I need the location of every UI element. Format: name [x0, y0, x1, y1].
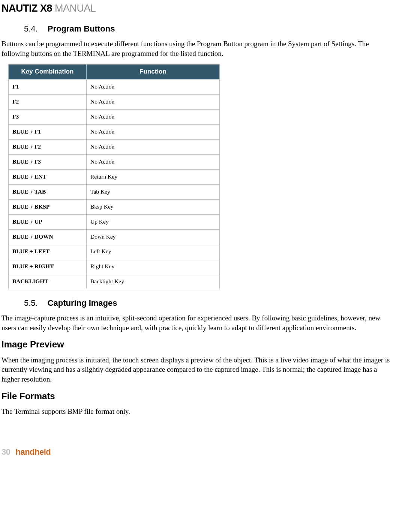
col-function: Function [87, 65, 220, 80]
func-cell: Up Key [87, 214, 220, 229]
table-row: BLUE + F3No Action [9, 154, 220, 169]
subheading-file-formats: File Formats [2, 390, 393, 402]
func-cell: Return Key [87, 169, 220, 184]
key-cell: BACKLIGHT [9, 274, 87, 289]
table-row: F2No Action [9, 95, 220, 110]
manual-suffix: MANUAL [52, 3, 96, 14]
key-cell: BLUE + BKSP [9, 199, 87, 214]
func-cell: No Action [87, 80, 220, 95]
func-cell: No Action [87, 95, 220, 110]
col-key-combination: Key Combination [9, 65, 87, 80]
key-cell: BLUE + F1 [9, 125, 87, 140]
table-row: BLUE + DOWNDown Key [9, 229, 220, 244]
manual-header: NAUTIZ X8 MANUAL [2, 2, 393, 15]
func-cell: Backlight Key [87, 274, 220, 289]
table-row: F3No Action [9, 110, 220, 125]
key-cell: F1 [9, 80, 87, 95]
key-cell: BLUE + TAB [9, 184, 87, 199]
key-cell: BLUE + F2 [9, 140, 87, 155]
table-header-row: Key Combination Function [9, 65, 220, 80]
table-row: BLUE + F1No Action [9, 125, 220, 140]
sub-body: The Terminal supports BMP file format on… [2, 407, 392, 416]
table-row: BLUE + F2No Action [9, 140, 220, 155]
product-name: NAUTIZ X8 [2, 3, 52, 14]
brand-name: handheld [15, 447, 51, 457]
sub-body: When the imaging process is initiated, t… [2, 355, 392, 384]
table-row: BLUE + TABTab Key [9, 184, 220, 199]
func-cell: No Action [87, 154, 220, 169]
func-cell: Down Key [87, 229, 220, 244]
key-cell: BLUE + RIGHT [9, 259, 87, 274]
key-cell: F3 [9, 110, 87, 125]
table-row: BLUE + ENTReturn Key [9, 169, 220, 184]
table-row: BLUE + UPUp Key [9, 214, 220, 229]
table-row: BLUE + LEFTLeft Key [9, 244, 220, 259]
subheading-image-preview: Image Preview [2, 338, 393, 350]
func-cell: Left Key [87, 244, 220, 259]
table-row: BLUE + BKSPBksp Key [9, 199, 220, 214]
key-cell: BLUE + UP [9, 214, 87, 229]
key-cell: F2 [9, 95, 87, 110]
func-cell: No Action [87, 110, 220, 125]
key-cell: BLUE + LEFT [9, 244, 87, 259]
page-footer: 30handheld [2, 446, 393, 458]
page-number: 30 [2, 447, 10, 457]
section-number: 5.5. [24, 298, 38, 308]
table-row: BLUE + RIGHTRight Key [9, 259, 220, 274]
func-cell: Tab Key [87, 184, 220, 199]
key-cell: BLUE + ENT [9, 169, 87, 184]
section-intro: Buttons can be programmed to execute dif… [2, 39, 392, 58]
section-title: Program Buttons [48, 24, 115, 33]
func-cell: No Action [87, 125, 220, 140]
table-row: BACKLIGHTBacklight Key [9, 274, 220, 289]
table-row: F1No Action [9, 80, 220, 95]
program-buttons-table: Key Combination Function F1No Action F2N… [8, 64, 220, 289]
func-cell: Bksp Key [87, 199, 220, 214]
section-heading-program-buttons: 5.4.Program Buttons [24, 23, 393, 35]
section-heading-capturing-images: 5.5.Capturing Images [24, 298, 393, 309]
func-cell: No Action [87, 140, 220, 155]
func-cell: Right Key [87, 259, 220, 274]
key-cell: BLUE + F3 [9, 154, 87, 169]
section-intro: The image-capture process is an intuitiv… [2, 313, 392, 332]
key-cell: BLUE + DOWN [9, 229, 87, 244]
section-title: Capturing Images [48, 298, 117, 308]
section-number: 5.4. [24, 24, 38, 33]
